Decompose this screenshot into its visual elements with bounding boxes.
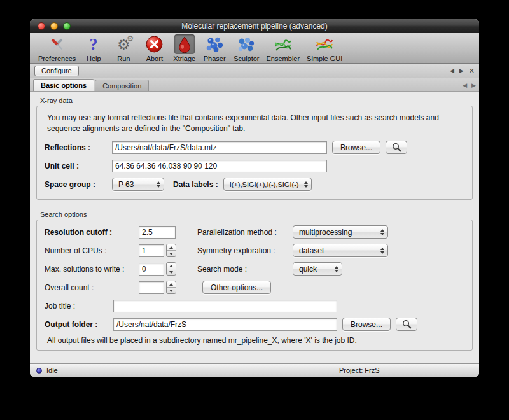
overall-count-input[interactable]	[139, 281, 164, 294]
overall-count-stepper[interactable]	[166, 281, 176, 294]
unit-cell-input[interactable]	[112, 160, 327, 172]
search-groupbox: Resolution cutoff : Parallelization meth…	[36, 220, 473, 351]
space-group-row: Space group : P 63 Data labels : I(+),SI…	[45, 178, 464, 192]
options-tabstrip: Basic options Composition ◀ ▶	[30, 78, 479, 92]
resolution-input[interactable]	[139, 226, 176, 239]
cpus-row: Number of CPUs : Symmetry exploration : …	[45, 244, 464, 258]
tab-scroll-right-icon[interactable]: ▶	[459, 67, 464, 74]
resolution-row: Resolution cutoff : Parallelization meth…	[45, 225, 464, 239]
data-labels-label: Data labels :	[173, 180, 218, 189]
tab-composition[interactable]: Composition	[95, 80, 149, 91]
help-icon: ?	[83, 34, 104, 54]
search-group-title: Search options	[40, 211, 479, 218]
job-title-label: Job title :	[45, 302, 113, 311]
toolbar-button-sculptor[interactable]: Sculptor	[232, 34, 261, 62]
abort-icon	[143, 34, 166, 54]
parallelization-label: Parallelization method :	[197, 228, 293, 237]
xray-groupbox: You may use any format reflections file …	[36, 106, 473, 200]
status-indicator-icon	[36, 368, 42, 374]
output-folder-viewer-button[interactable]	[396, 318, 417, 331]
statusbar: Idle Project: FrzS	[30, 363, 479, 377]
overall-count-row: Overall count : Other options...	[45, 281, 464, 295]
max-solutions-stepper[interactable]	[166, 262, 176, 276]
unit-cell-row: Unit cell :	[45, 159, 464, 173]
toolbar-button-help[interactable]: ? Help	[81, 34, 106, 62]
close-window-button[interactable]	[38, 22, 45, 30]
window-title: Molecular replacement pipeline (advanced…	[30, 19, 479, 33]
output-folder-input[interactable]	[113, 318, 337, 331]
reflections-input[interactable]	[112, 141, 327, 154]
toolbar-button-simple-gui[interactable]: Simple GUI	[305, 34, 344, 62]
output-folder-row: Output folder : Browse...	[45, 318, 464, 332]
popup-arrows-icon	[380, 248, 384, 254]
data-labels-select[interactable]: I(+),SIGI(+),I(-),SIGI(-)	[223, 178, 312, 191]
job-title-input[interactable]	[113, 300, 337, 312]
symmetry-label: Symmetry exploration :	[197, 246, 293, 255]
project-label: Project: FrzS	[339, 367, 380, 374]
reflections-label: Reflections :	[45, 143, 112, 152]
app-window: Molecular replacement pipeline (advanced…	[30, 19, 479, 377]
run-gear-icon: ⚙⚙	[115, 36, 132, 53]
subtab-scroll-right-icon[interactable]: ▶	[471, 82, 476, 88]
symmetry-select[interactable]: dataset	[293, 244, 388, 257]
titlebar[interactable]: Molecular replacement pipeline (advanced…	[30, 19, 479, 33]
basic-options-panel: X-ray data You may use any format reflec…	[30, 92, 479, 363]
toolbar-button-ensembler[interactable]: Ensembler	[265, 34, 302, 62]
parallelization-select[interactable]: multiprocessing	[293, 225, 388, 239]
popup-arrows-icon	[335, 266, 338, 272]
toolbar-button-phaser[interactable]: Phaser	[200, 34, 228, 62]
traffic-lights	[38, 19, 71, 33]
space-group-label: Space group :	[45, 180, 112, 189]
reflections-row: Reflections : Browse...	[45, 141, 464, 155]
job-title-row: Job title :	[45, 299, 464, 313]
resolution-label: Resolution cutoff :	[45, 228, 139, 237]
search-mode-select[interactable]: quick	[293, 262, 342, 276]
tab-basic-options[interactable]: Basic options	[33, 79, 94, 91]
tab-close-icon[interactable]: ✕	[469, 67, 475, 75]
space-group-select[interactable]: P 63	[112, 178, 164, 191]
popup-arrows-icon	[304, 181, 308, 188]
tab-scroll-left-icon[interactable]: ◀	[450, 67, 454, 74]
cpus-label: Number of CPUs :	[45, 246, 139, 255]
unit-cell-label: Unit cell :	[45, 162, 112, 171]
other-options-button[interactable]: Other options...	[202, 281, 271, 294]
ensembler-icon	[271, 34, 295, 54]
configure-tabstrip: Configure ◀ ▶ ✕	[30, 64, 479, 78]
max-solutions-row: Max. solutions to write : Search mode : …	[45, 262, 464, 276]
xray-description: You may use any format reflections file …	[47, 113, 461, 134]
minimize-window-button[interactable]	[50, 22, 58, 30]
magnifier-icon	[402, 319, 412, 329]
toolbar-button-run[interactable]: ⚙⚙ Run	[109, 34, 137, 62]
sculptor-icon	[234, 34, 258, 54]
magnifier-icon	[392, 143, 401, 152]
preferences-icon	[45, 34, 69, 54]
popup-arrows-icon	[157, 181, 160, 188]
output-folder-label: Output folder :	[45, 320, 113, 329]
reflections-viewer-button[interactable]	[386, 141, 407, 154]
xray-group-title: X-ray data	[40, 97, 479, 104]
overall-count-label: Overall count :	[45, 283, 139, 292]
max-solutions-label: Max. solutions to write :	[45, 265, 139, 274]
cpus-stepper[interactable]	[166, 244, 176, 257]
zoom-window-button[interactable]	[63, 22, 71, 30]
toolbar: Preferences ? Help ⚙⚙ Run	[30, 33, 479, 64]
phaser-icon	[202, 34, 227, 54]
output-note: All output files will be placed in a sub…	[47, 336, 464, 345]
reflections-browse-button[interactable]: Browse...	[332, 141, 380, 154]
simple-gui-icon	[312, 34, 337, 54]
subtab-scroll-left-icon[interactable]: ◀	[463, 82, 467, 88]
toolbar-button-xtriage[interactable]: Xtriage	[171, 34, 197, 62]
tab-configure[interactable]: Configure	[34, 66, 79, 76]
toolbar-button-abort[interactable]: Abort	[141, 34, 168, 62]
svg-text:?: ?	[90, 36, 98, 53]
max-solutions-input[interactable]	[139, 263, 164, 276]
output-folder-browse-button[interactable]: Browse...	[342, 318, 391, 331]
search-mode-label: Search mode :	[197, 265, 293, 274]
cpus-input[interactable]	[139, 244, 164, 257]
popup-arrows-icon	[380, 229, 384, 235]
toolbar-button-preferences[interactable]: Preferences	[36, 34, 78, 62]
status-text: Idle	[46, 367, 58, 374]
xtriage-icon	[174, 34, 195, 54]
